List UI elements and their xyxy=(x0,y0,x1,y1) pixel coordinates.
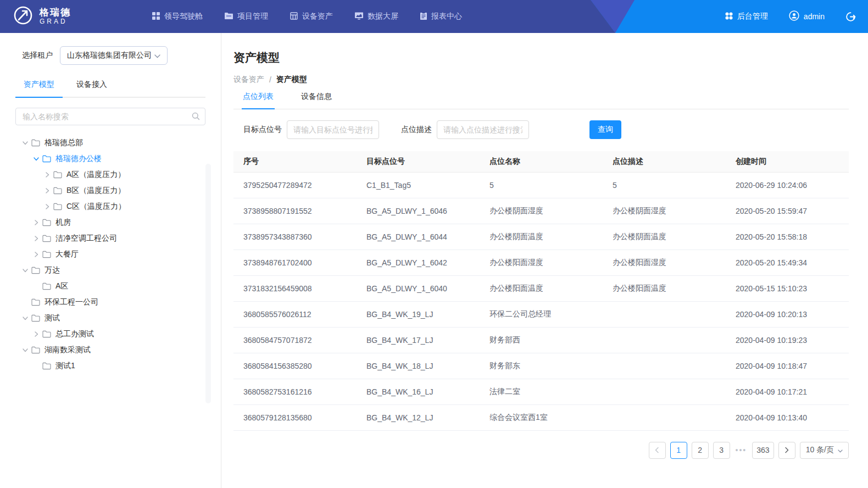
table-cell: 法律二室 xyxy=(480,379,603,404)
breadcrumb-separator: / xyxy=(269,75,271,84)
tree-item-label: A区 xyxy=(55,281,68,291)
tree-item-label: 测试1 xyxy=(55,361,75,371)
admin-console-button[interactable]: 后台管理 xyxy=(725,12,768,21)
tree-item[interactable]: 万达 xyxy=(0,262,221,278)
col-point-name: 点位名称 xyxy=(480,151,603,172)
tree-item-label: 环保工程一公司 xyxy=(44,297,98,307)
tree-caret-icon[interactable] xyxy=(21,347,30,353)
tree-caret-icon[interactable] xyxy=(32,331,41,337)
asset-table-icon xyxy=(290,12,298,21)
page-size-select[interactable]: 10 条/页 xyxy=(800,442,849,459)
filter-bar: 目标点位号 点位描述 查询 xyxy=(233,120,849,139)
tree-item[interactable]: A区（温度压力） xyxy=(0,167,221,182)
table-cell: 2020-04-09 10:20:13 xyxy=(726,301,849,327)
asset-tree: 格瑞德总部 格瑞德办公楼 A区（温度压力） B区（温度压力） C区（温度 xyxy=(0,135,221,374)
page-button-last[interactable]: 363 xyxy=(752,442,774,459)
table-cell: 3680584156385280 xyxy=(233,353,357,379)
tree-caret-icon[interactable] xyxy=(43,171,52,178)
tree-item[interactable]: 大餐厅 xyxy=(0,246,221,262)
brand-name-en: GRAD xyxy=(40,18,71,25)
tree-caret-icon[interactable] xyxy=(43,187,52,194)
tree-caret-icon[interactable] xyxy=(32,219,41,226)
folder-icon xyxy=(31,346,40,354)
folder-icon xyxy=(53,187,62,195)
tree-item[interactable]: 测试 xyxy=(0,310,221,326)
table-row: 3738957343887360BG_A5_DLWY_1_6044办公楼阴面温度… xyxy=(233,224,849,249)
sidebar-scrollbar[interactable] xyxy=(205,164,211,403)
tab-asset-model[interactable]: 资产模型 xyxy=(15,80,63,97)
folder-icon xyxy=(31,314,40,322)
prev-page-button[interactable] xyxy=(649,442,666,459)
table-cell: BG_B4_WK_16_LJ xyxy=(357,379,480,404)
tree-item-label: A区（温度压力） xyxy=(66,170,125,180)
tree-item[interactable]: 机房 xyxy=(0,214,221,230)
table-cell: 5 xyxy=(480,172,603,198)
nav-item-project-management[interactable]: 项目管理 xyxy=(225,12,268,21)
table-cell xyxy=(603,404,726,430)
logout-icon[interactable] xyxy=(845,12,856,22)
page-button-3[interactable]: 3 xyxy=(713,442,730,459)
table-cell: BG_B4_WK_17_LJ xyxy=(357,327,480,353)
tab-point-list[interactable]: 点位列表 xyxy=(242,92,275,109)
tree-item-label: 格瑞德总部 xyxy=(44,138,83,148)
tree-caret-icon[interactable] xyxy=(32,235,41,242)
next-page-button[interactable] xyxy=(778,442,795,459)
table-cell: 2020-05-20 15:59:47 xyxy=(726,198,849,224)
nav-item-leader-cockpit[interactable]: 领导驾驶舱 xyxy=(152,12,203,21)
table-cell: 3795250477289472 xyxy=(233,172,357,198)
nav-item-label: 领导驾驶舱 xyxy=(164,12,203,21)
tree-caret-icon[interactable] xyxy=(21,267,30,274)
tree-caret-icon[interactable] xyxy=(32,251,41,258)
target-point-input[interactable] xyxy=(287,120,379,139)
nav-item-device-assets[interactable]: 设备资产 xyxy=(290,12,333,21)
tree-caret-icon[interactable] xyxy=(43,203,52,210)
nav-item-label: 报表中心 xyxy=(431,12,462,21)
appstore-icon xyxy=(725,12,733,21)
folder-icon xyxy=(42,235,51,242)
tab-device-info[interactable]: 设备信息 xyxy=(300,92,333,109)
user-menu[interactable]: admin xyxy=(789,10,825,23)
table-cell: 5 xyxy=(603,172,726,198)
page-button-2[interactable]: 2 xyxy=(692,442,709,459)
table-cell: 2020-04-09 10:18:47 xyxy=(726,353,849,379)
point-desc-input[interactable] xyxy=(437,120,529,139)
tab-device-access[interactable]: 设备接入 xyxy=(68,80,115,97)
tree-caret-icon[interactable] xyxy=(21,315,30,321)
tree-item[interactable]: 测试1 xyxy=(0,358,221,374)
table-cell: 办公楼阳面湿度 xyxy=(480,249,603,275)
table-cell: 3680582753161216 xyxy=(233,379,357,404)
tree-item-label: B区（温度压力） xyxy=(66,186,125,196)
tree-item[interactable]: 格瑞德总部 xyxy=(0,135,221,151)
tree-item[interactable]: 格瑞德办公楼 xyxy=(0,151,221,167)
nav-item-data-screen[interactable]: 数据大屏 xyxy=(355,12,398,21)
table-row: 3680584757071872BG_B4_WK_17_LJ财务部西2020-0… xyxy=(233,327,849,353)
user-avatar-icon xyxy=(789,10,799,23)
folder-icon xyxy=(42,362,51,370)
tenant-select[interactable]: 山东格瑞德集团有限公司 xyxy=(60,46,168,65)
folder-icon xyxy=(42,330,51,338)
tree-item[interactable]: 总工办测试 xyxy=(0,326,221,342)
tree-item[interactable]: 洁净空调工程公司 xyxy=(0,230,221,246)
tree-item[interactable]: B区（温度压力） xyxy=(0,182,221,198)
query-button[interactable]: 查询 xyxy=(589,120,621,139)
tree-item[interactable]: A区 xyxy=(0,278,221,294)
tree-item[interactable]: 环保工程一公司 xyxy=(0,294,221,310)
table-cell: 办公楼阳面温度 xyxy=(480,275,603,301)
page-title: 资产模型 xyxy=(233,50,849,65)
nav-item-label: 数据大屏 xyxy=(368,12,398,21)
tree-item[interactable]: 湖南数采测试 xyxy=(0,342,221,358)
tree-caret-icon[interactable] xyxy=(32,156,41,162)
page-button-1[interactable]: 1 xyxy=(670,442,687,459)
nav-item-report-center[interactable]: 报表中心 xyxy=(420,12,462,21)
page-ellipsis[interactable]: ••• xyxy=(735,446,748,454)
tree-search-input[interactable] xyxy=(15,108,205,125)
project-folder-icon xyxy=(225,12,233,21)
table-cell: 办公楼阳面温度 xyxy=(603,275,726,301)
table-cell: 2020-04-09 10:19:23 xyxy=(726,327,849,353)
breadcrumb-parent[interactable]: 设备资产 xyxy=(233,75,264,85)
tree-item-label: C区（温度压力） xyxy=(66,202,126,212)
tree-item[interactable]: C区（温度压力） xyxy=(0,198,221,214)
table-cell: 2020-06-29 10:24:06 xyxy=(726,172,849,198)
tree-caret-icon[interactable] xyxy=(21,140,30,146)
nav-item-label: 设备资产 xyxy=(302,12,333,21)
